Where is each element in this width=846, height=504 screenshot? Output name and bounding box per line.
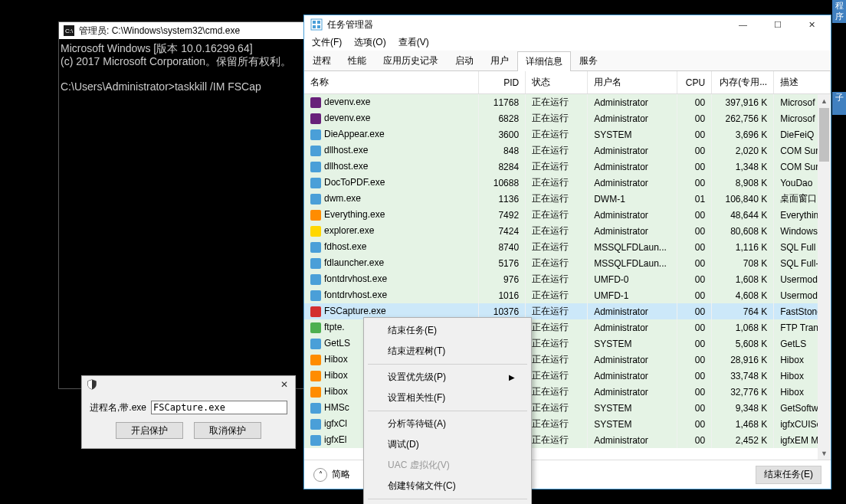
- process-icon: [310, 419, 321, 430]
- ctx-item[interactable]: 设置相关性(F): [366, 388, 529, 408]
- menu-file[interactable]: 文件(F): [309, 34, 345, 51]
- process-icon: [310, 113, 321, 124]
- col-name[interactable]: 名称: [304, 71, 479, 94]
- table-row[interactable]: DieAppear.exe3600正在运行SYSTEM003,696 KDieF…: [304, 126, 831, 142]
- tm-title: 任务管理器: [327, 18, 726, 31]
- table-row[interactable]: dllhost.exe848正在运行Administrator002,020 K…: [304, 142, 831, 159]
- svg-rect-4: [317, 25, 320, 28]
- tab-0[interactable]: 进程: [304, 51, 339, 70]
- scroll-down-icon[interactable]: ▼: [818, 447, 831, 460]
- process-icon: [310, 355, 321, 365]
- right-fragment: 程序: [832, 0, 846, 23]
- chevron-up-icon: ˄: [313, 468, 327, 482]
- ctx-item[interactable]: 创建转储文件(C): [366, 476, 529, 496]
- col-mem[interactable]: 内存(专用...: [712, 71, 774, 94]
- chevron-right-icon: ▶: [509, 373, 515, 381]
- scroll-thumb[interactable]: [819, 108, 829, 162]
- table-row[interactable]: devenv.exe6828正在运行Administrator00262,756…: [304, 110, 831, 126]
- table-row[interactable]: dllhost.exe8284正在运行Administrator001,348 …: [304, 159, 831, 175]
- process-icon: [310, 146, 321, 156]
- process-icon: [310, 322, 321, 333]
- protect-label: 进程名,带.exe: [90, 401, 146, 414]
- ctx-item[interactable]: 设置优先级(P)▶: [366, 367, 529, 388]
- svg-rect-3: [313, 25, 316, 28]
- process-icon: [310, 290, 321, 301]
- process-icon: [310, 387, 321, 398]
- col-desc[interactable]: 描述: [774, 71, 831, 94]
- process-icon: [310, 162, 321, 172]
- menu-view[interactable]: 查看(V): [395, 34, 432, 51]
- cmd-title: 管理员: C:\Windows\system32\cmd.exe: [79, 25, 240, 38]
- tm-tabs: 进程性能应用历史记录启动用户详细信息服务: [304, 51, 831, 71]
- col-cpu[interactable]: CPU: [677, 71, 712, 94]
- process-icon: [310, 403, 321, 414]
- process-icon: [310, 435, 321, 446]
- protect-dialog: ✕ 进程名,带.exe 开启保护 取消保护: [81, 375, 296, 449]
- ctx-item[interactable]: 结束进程树(T): [366, 341, 529, 362]
- tm-menubar: 文件(F) 选项(O) 查看(V): [304, 34, 831, 51]
- table-row[interactable]: fdhost.exe8740正在运行MSSQLFDLaun...001,116 …: [304, 239, 831, 255]
- tab-2[interactable]: 应用历史记录: [375, 51, 447, 70]
- process-icon: [310, 242, 321, 253]
- process-icon: [310, 129, 321, 140]
- shield-icon: [87, 379, 97, 390]
- start-protect-button[interactable]: 开启保护: [116, 422, 183, 439]
- table-row[interactable]: fdlauncher.exe5176正在运行MSSQLFDLaun...0070…: [304, 255, 831, 271]
- tab-5[interactable]: 详细信息: [517, 51, 571, 71]
- ctx-item[interactable]: 分析等待链(A): [366, 414, 529, 434]
- process-icon: [310, 210, 321, 221]
- tab-6[interactable]: 服务: [571, 51, 606, 70]
- process-icon: [310, 194, 321, 205]
- process-icon: [310, 178, 321, 188]
- col-pid[interactable]: PID: [479, 71, 526, 94]
- process-icon: [310, 97, 321, 108]
- taskmgr-icon: [310, 18, 323, 31]
- cmd-icon: C:\: [64, 25, 74, 36]
- minimize-button[interactable]: —: [726, 15, 760, 34]
- process-icon: [310, 371, 321, 381]
- fewer-details-button[interactable]: ˄ 简略: [313, 468, 350, 482]
- table-row[interactable]: dwm.exe1136正在运行DWM-101106,840 K桌面窗口: [304, 191, 831, 207]
- svg-rect-2: [317, 21, 320, 24]
- table-row[interactable]: explorer.exe7424正在运行Administrator0080,60…: [304, 223, 831, 239]
- context-menu: 结束任务(E)结束进程树(T)设置优先级(P)▶设置相关性(F)分析等待链(A)…: [363, 317, 532, 504]
- cancel-protect-button[interactable]: 取消保护: [194, 422, 261, 439]
- svg-rect-1: [313, 21, 316, 24]
- table-row[interactable]: DocToPDF.exe10688正在运行Administrator008,90…: [304, 175, 831, 191]
- scroll-up-icon[interactable]: ▲: [818, 94, 831, 107]
- col-status[interactable]: 状态: [526, 71, 588, 94]
- menu-options[interactable]: 选项(O): [351, 34, 389, 51]
- ctx-item[interactable]: 调试(D): [366, 434, 529, 455]
- tab-3[interactable]: 启动: [447, 51, 482, 70]
- right-fragment: 子: [832, 92, 846, 115]
- close-icon[interactable]: ✕: [278, 378, 290, 391]
- process-icon: [310, 306, 321, 317]
- close-button[interactable]: ✕: [795, 15, 829, 34]
- table-row[interactable]: devenv.exe11768正在运行Administrator00397,91…: [304, 94, 831, 111]
- process-icon: [310, 339, 321, 349]
- process-icon: [310, 226, 321, 237]
- table-row[interactable]: fontdrvhost.exe976正在运行UMFD-0001,608 KUse…: [304, 271, 831, 287]
- process-icon: [310, 274, 321, 285]
- col-user[interactable]: 用户名: [588, 71, 677, 94]
- process-name-input[interactable]: [151, 401, 287, 414]
- ctx-item: UAC 虚拟化(V): [366, 455, 529, 476]
- tab-4[interactable]: 用户: [482, 51, 517, 70]
- tab-1[interactable]: 性能: [339, 51, 375, 70]
- process-icon: [310, 258, 321, 269]
- scrollbar[interactable]: ▲ ▼: [818, 94, 831, 460]
- table-row[interactable]: Everything.exe7492正在运行Administrator0048,…: [304, 207, 831, 223]
- ctx-item[interactable]: 结束任务(E): [366, 320, 529, 341]
- maximize-button[interactable]: ☐: [760, 15, 795, 34]
- tm-titlebar[interactable]: 任务管理器 — ☐ ✕: [304, 15, 831, 34]
- table-row[interactable]: fontdrvhost.exe1016正在运行UMFD-1004,608 KUs…: [304, 287, 831, 303]
- end-task-button[interactable]: 结束任务(E): [756, 466, 821, 484]
- protect-dialog-titlebar[interactable]: ✕: [82, 376, 295, 393]
